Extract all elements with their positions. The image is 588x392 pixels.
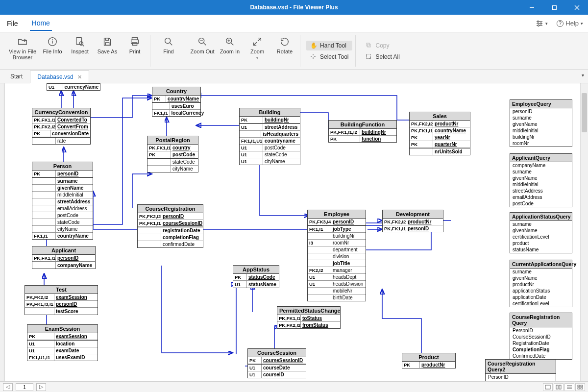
svg-line-29 xyxy=(231,43,234,46)
print-button[interactable]: Print xyxy=(122,35,147,67)
print-icon xyxy=(129,36,140,47)
svg-point-14 xyxy=(79,42,83,45)
svg-rect-1 xyxy=(552,5,556,9)
entity-person: Person PKpersonID surname givenName midd… xyxy=(32,162,93,240)
svg-rect-16 xyxy=(105,38,108,41)
find-button[interactable]: Find xyxy=(156,35,181,67)
svg-rect-13 xyxy=(76,38,82,45)
zoom-out-icon xyxy=(197,36,208,47)
copy-button[interactable]: Copy xyxy=(362,41,403,50)
entity-sales: Sales PK,FK2,I2productNr PK,FK1,I1countr… xyxy=(409,112,470,155)
entity-currency-conversion: CurrencyConversion PK,FK1,I1ConvertedTo … xyxy=(32,108,91,145)
query-course-registration: CourseRegistration Query PersonIDCourseS… xyxy=(510,313,572,360)
status-bar: ◁ ▷ xyxy=(0,381,588,392)
svg-line-15 xyxy=(83,45,84,46)
svg-line-22 xyxy=(170,43,172,46)
entity-app-status: AppStatus PKstatusCode U1statusName xyxy=(233,265,279,288)
entity-postal-region: PostalRegion PK,FK1,I1country PKpostCode… xyxy=(147,136,198,172)
view-mode-3-button[interactable] xyxy=(564,383,574,391)
file-info-button[interactable]: File Info xyxy=(40,35,65,67)
title-bar: Database.vsd - File Viewer Plus xyxy=(0,0,588,15)
inspect-button[interactable]: Inspect xyxy=(68,35,92,67)
view-mode-2-button[interactable] xyxy=(554,383,564,391)
minimize-button[interactable] xyxy=(520,0,543,15)
vertical-scrollbar[interactable] xyxy=(580,83,588,381)
query-employee: EmployeeQuery personIDsurnamegivenNamemi… xyxy=(510,99,572,147)
svg-rect-52 xyxy=(578,385,580,387)
copy-icon xyxy=(366,42,372,49)
entity-course-session: CourseSession PKcourseSessionID U1course… xyxy=(247,348,306,378)
save-icon xyxy=(102,36,113,47)
folder-open-icon xyxy=(17,36,28,47)
svg-line-25 xyxy=(204,43,206,46)
scrollbar-thumb[interactable] xyxy=(582,93,587,132)
info-icon xyxy=(47,36,58,47)
ribbon: View in File Browser File Info Inspect S… xyxy=(0,32,588,70)
zoom-out-button[interactable]: Zoom Out xyxy=(190,35,215,67)
svg-rect-38 xyxy=(367,54,371,58)
select-all-icon xyxy=(366,53,372,60)
zoom-button[interactable]: Zoom▾ xyxy=(245,35,270,67)
entity-currency-partial: U1currencyName xyxy=(47,83,100,91)
svg-rect-36 xyxy=(368,44,370,47)
zoom-icon xyxy=(252,36,263,47)
zoom-in-button[interactable]: Zoom In xyxy=(218,35,242,67)
svg-point-21 xyxy=(165,38,171,44)
select-tool-button[interactable]: Select Tool xyxy=(306,52,352,62)
tab-document[interactable]: Database.vsd✕ xyxy=(30,71,89,83)
document-viewport[interactable]: U1currencyName CurrencyConversion PK,FK1… xyxy=(0,83,588,381)
entity-exam-session: ExamSession PKexamSession U1location U1e… xyxy=(27,324,98,361)
svg-rect-37 xyxy=(367,43,369,46)
svg-point-12 xyxy=(52,40,53,40)
entity-building: Building PKbuildingNr U1streetAddress is… xyxy=(239,108,300,165)
view-mode-4-button[interactable] xyxy=(575,383,585,391)
help-label: Help xyxy=(565,20,579,27)
document-canvas: U1currencyName CurrencyConversion PK,FK1… xyxy=(5,83,580,381)
entity-employee: Employee PK,FK3,I4personID FK1,I1jobType… xyxy=(307,210,366,301)
page-prev-button[interactable]: ◁ xyxy=(3,383,13,391)
zoom-in-icon xyxy=(224,36,235,47)
menu-home[interactable]: Home xyxy=(30,16,52,31)
help-button[interactable]: ? Help ▾ xyxy=(557,20,583,27)
save-as-button[interactable]: Save As xyxy=(95,35,120,67)
query-course-registration-2: CourseRegistration Query2 PersonIDCourse… xyxy=(485,359,556,381)
svg-rect-48 xyxy=(559,385,561,389)
svg-point-9 xyxy=(538,24,539,26)
close-button[interactable] xyxy=(565,0,588,15)
view-mode-1-button[interactable] xyxy=(543,383,553,391)
svg-rect-55 xyxy=(581,388,583,389)
search-icon xyxy=(163,36,174,47)
cursor-icon xyxy=(310,53,317,60)
page-number-input[interactable] xyxy=(16,383,33,391)
view-in-file-browser-button[interactable]: View in File Browser xyxy=(8,35,37,67)
hand-tool-button[interactable]: ✋Hand Tool xyxy=(306,41,352,50)
entity-building-function: BuildingFunction PK,FK1,I1,I2buildingNr … xyxy=(328,120,397,143)
svg-rect-53 xyxy=(581,385,583,387)
settings-icon[interactable]: ▾ xyxy=(536,20,548,27)
rotate-button[interactable]: Rotate xyxy=(272,35,297,67)
svg-line-30 xyxy=(254,42,257,45)
select-all-button[interactable]: Select All xyxy=(362,52,403,62)
maximize-button[interactable] xyxy=(543,0,565,15)
window-title: Database.vsd - File Viewer Plus xyxy=(250,4,338,11)
entity-applicant: Applicant PK,FK1,I1personID companyName xyxy=(32,246,96,269)
query-applicant: ApplicantQuery companyNamesurnamegivenNa… xyxy=(510,153,572,207)
svg-point-8 xyxy=(540,23,542,24)
tab-start[interactable]: Start xyxy=(3,70,30,83)
entity-product: Product PKproductNr xyxy=(402,353,456,368)
entity-course-registration: CourseRegistration PK,FK2,I2personID PK,… xyxy=(137,204,203,248)
svg-rect-54 xyxy=(578,388,580,389)
page-next-button[interactable]: ▷ xyxy=(36,383,46,391)
menu-file[interactable]: File xyxy=(5,17,20,30)
svg-point-7 xyxy=(538,21,539,22)
entity-permitted-status-change: PermittedStatusChange PK,FK1,I1toStatus … xyxy=(277,306,341,329)
menu-bar: File Home ▾ ? Help ▾ xyxy=(0,15,588,32)
inspect-icon xyxy=(74,36,85,47)
hand-icon: ✋ xyxy=(310,42,317,49)
svg-rect-20 xyxy=(132,43,137,46)
tab-dropdown-icon[interactable]: ▾ xyxy=(582,73,584,78)
close-tab-icon[interactable]: ✕ xyxy=(77,74,82,80)
entity-test: Test PK,FK2,I2examSession PK,FK1,I3,I1pe… xyxy=(24,285,98,315)
svg-rect-46 xyxy=(545,385,550,389)
query-current-applications: CurrentApplicationsQuery surnamegivenNam… xyxy=(510,260,572,307)
